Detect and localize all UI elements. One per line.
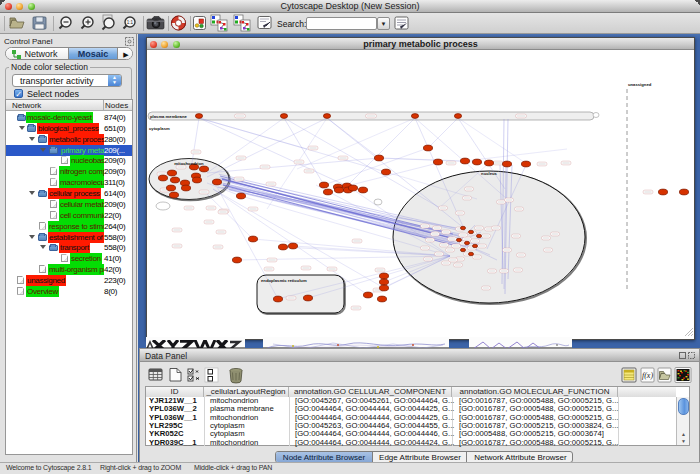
svg-text:unassigned: unassigned: [628, 82, 652, 87]
svg-text:plasma membrane: plasma membrane: [150, 114, 187, 119]
svg-text:endoplasmic reticulum: endoplasmic reticulum: [261, 278, 307, 283]
svg-text:mitochondrion: mitochondrion: [174, 161, 204, 166]
svg-text:nucleus: nucleus: [481, 171, 497, 176]
svg-text:1:1: 1:1: [127, 20, 134, 25]
svg-text:f(x): f(x): [642, 371, 653, 380]
svg-text:cytoplasm: cytoplasm: [149, 126, 170, 131]
